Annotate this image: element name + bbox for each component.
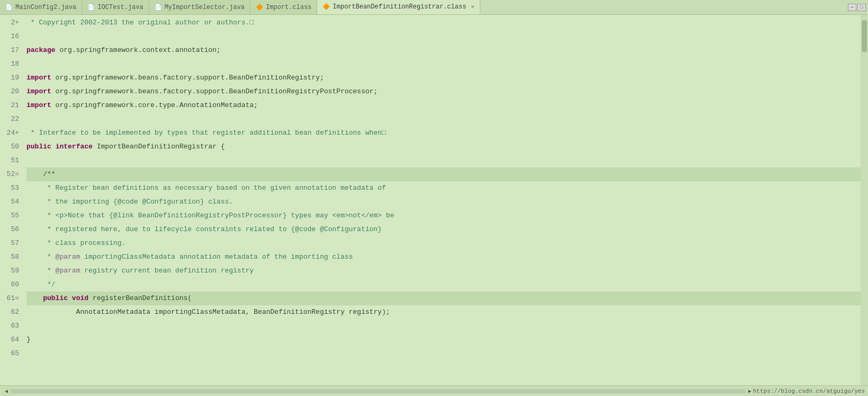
code-line-55: * <p>Note that {@link BeanDefinitionRegi…: [26, 209, 861, 223]
tab-import-class[interactable]: 🔶 Import.class: [250, 0, 317, 14]
code-area: 2+ 16 17 18 19 20 21 22 24+ 50 51 52= 53…: [0, 15, 868, 385]
code-line-24: * Interface to be implemented by types t…: [26, 126, 861, 140]
code-line-52: /**: [26, 168, 861, 181]
line-num-61: 61=: [0, 292, 19, 305]
code-line-61: public void registerBeanDefinitions(: [26, 292, 861, 305]
java-icon: 📄: [5, 4, 13, 11]
line-num-18: 18: [0, 57, 19, 71]
line-num-54: 54: [0, 195, 19, 209]
code-line-51: [26, 154, 861, 168]
tab-bar: 📄 MainConfig2.java 📄 IOCTest.java 📄 MyIm…: [0, 0, 868, 15]
bottom-bar: ◀ ▶ https://blog.csdn.cn/atguigu/yes: [0, 385, 868, 396]
line-numbers: 2+ 16 17 18 19 20 21 22 24+ 50 51 52= 53…: [0, 15, 22, 385]
line-num-63: 63: [0, 319, 19, 333]
code-line-18: [26, 57, 861, 71]
code-line-50: public interface ImportBeanDefinitionReg…: [26, 140, 861, 154]
line-num-62: 62: [0, 305, 19, 319]
line-num-22: 22: [0, 112, 19, 126]
tab-label-4: Import.class: [266, 4, 311, 11]
line-num-64: 64: [0, 333, 19, 347]
line-num-51: 51: [0, 154, 19, 168]
tab-label-2: IOCTest.java: [97, 4, 143, 11]
line-num-60: 60: [0, 278, 19, 292]
line-num-20: 20: [0, 85, 19, 99]
line-num-21: 21: [0, 99, 19, 112]
vertical-scrollbar[interactable]: [861, 15, 868, 385]
code-line-19: import org.springframework.beans.factory…: [26, 71, 861, 85]
code-content[interactable]: * Copyright 2002-2013 the original autho…: [22, 15, 861, 385]
line-num-17: 17: [0, 43, 19, 57]
line-num-19: 19: [0, 71, 19, 85]
editor-container: 📄 MainConfig2.java 📄 IOCTest.java 📄 MyIm…: [0, 0, 868, 396]
tab-ioctest[interactable]: 📄 IOCTest.java: [82, 0, 149, 14]
tab-importbeandefinitionregistrar[interactable]: 🔶 ImportBeanDefinitionRegistrar.class ✕: [317, 0, 480, 14]
code-line-59: * @param registry current bean definitio…: [26, 264, 861, 278]
scrollbar-thumb[interactable]: [862, 20, 867, 52]
tab-label: MainConfig2.java: [15, 4, 76, 11]
horizontal-scrollbar-track[interactable]: [11, 389, 746, 393]
tab-mainconfig2[interactable]: 📄 MainConfig2.java: [0, 0, 82, 14]
tab-label-3: MyImportSelector.java: [165, 4, 245, 11]
scroll-right-button[interactable]: ▶: [747, 388, 753, 394]
line-num-58: 58: [0, 250, 19, 264]
horizontal-scroll-area: ◀ ▶: [3, 388, 753, 394]
line-num-53: 53: [0, 181, 19, 195]
code-line-63: [26, 319, 861, 333]
code-line-65: [26, 347, 861, 360]
status-url: https://blog.csdn.cn/atguigu/yes: [753, 388, 865, 394]
code-line-56: * registered here, due to lifecycle cons…: [26, 223, 861, 236]
tab-myimportselector[interactable]: 📄 MyImportSelector.java: [149, 0, 250, 14]
line-num-52: 52=: [0, 168, 19, 181]
line-num-55: 55: [0, 209, 19, 223]
line-num-50: 50: [0, 140, 19, 154]
class-icon: 🔶: [256, 4, 263, 11]
java-icon-3: 📄: [155, 4, 162, 11]
maximize-button[interactable]: □: [857, 4, 866, 11]
line-num-65: 65: [0, 347, 19, 360]
line-num-16: 16: [0, 30, 19, 43]
line-num-24: 24+: [0, 126, 19, 140]
code-line-58: * @param importingClassMetadata annotati…: [26, 250, 861, 264]
code-line-53: * Register bean definitions as necessary…: [26, 181, 861, 195]
line-num-56: 56: [0, 223, 19, 236]
line-num-59: 59: [0, 264, 19, 278]
minimize-button[interactable]: —: [848, 4, 856, 11]
code-line-64: }: [26, 333, 861, 347]
code-line-20: import org.springframework.beans.factory…: [26, 85, 861, 99]
code-line-22: [26, 112, 861, 126]
window-controls: — □: [848, 0, 868, 14]
code-line-21: import org.springframework.core.type.Ann…: [26, 99, 861, 112]
code-line-57: * class processing.: [26, 236, 861, 250]
code-line-16: [26, 30, 861, 43]
code-line-62: AnnotationMetadata importingClassMetadat…: [26, 305, 861, 319]
scroll-left-button[interactable]: ◀: [3, 388, 10, 394]
java-icon-2: 📄: [87, 4, 95, 11]
line-num-57: 57: [0, 236, 19, 250]
tab-label-5: ImportBeanDefinitionRegistrar.class: [333, 3, 466, 11]
code-line-60: */: [26, 278, 861, 292]
line-num-2: 2+: [0, 16, 19, 30]
class-icon-2: 🔶: [323, 3, 330, 10]
code-line-54: * the importing {@code @Configuration} c…: [26, 195, 861, 209]
code-line-17: package org.springframework.context.anno…: [26, 43, 861, 57]
code-line-2: * Copyright 2002-2013 the original autho…: [26, 16, 861, 30]
tab-close-button[interactable]: ✕: [471, 3, 475, 10]
